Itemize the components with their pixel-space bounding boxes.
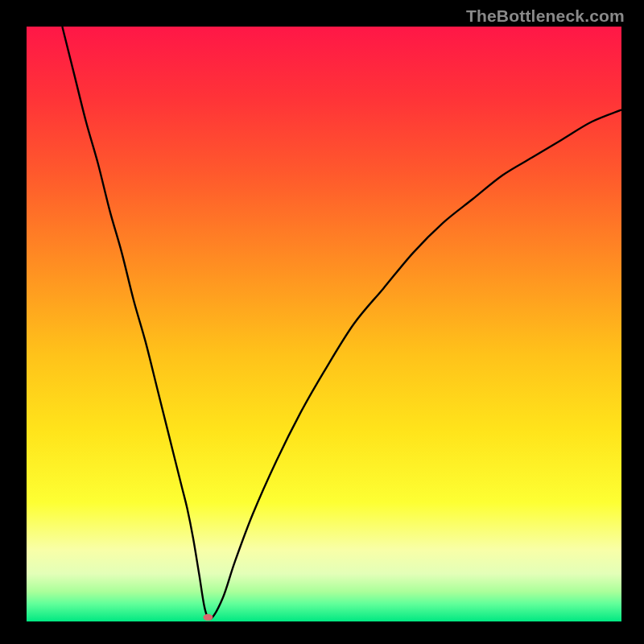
optimum-marker [203, 614, 213, 621]
watermark-text: TheBottleneck.com [466, 6, 625, 26]
plot-area [27, 27, 621, 621]
bottleneck-curve [62, 27, 621, 619]
bottleneck-curve-layer [27, 27, 621, 621]
chart-frame: TheBottleneck.com [0, 0, 644, 644]
